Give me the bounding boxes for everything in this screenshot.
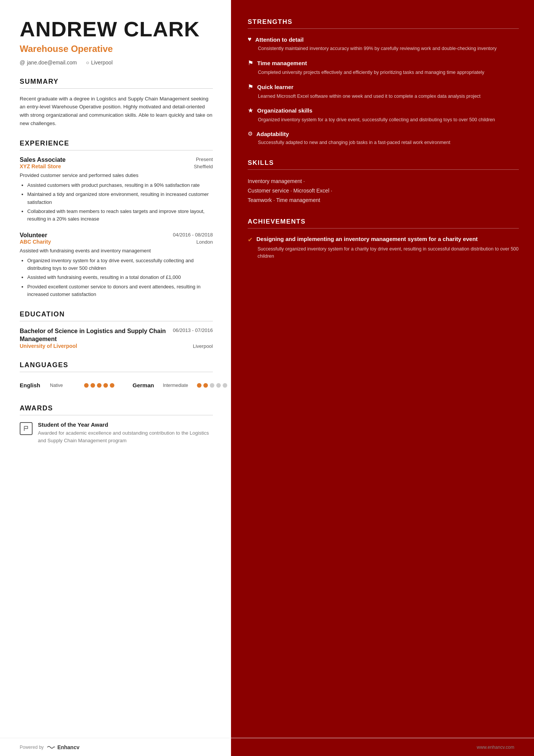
bullet-item: Assisted with fundraising events, result… (27, 274, 213, 281)
strength-desc-2: Completed university projects effectivel… (248, 69, 519, 76)
exp-subheader-2: ABC Charity London (20, 239, 213, 245)
powered-by-text: Powered by (20, 745, 44, 750)
strengths-title: STRENGTHS (248, 18, 519, 29)
strength-name-5: Adaptability (256, 131, 289, 137)
dot (197, 383, 201, 388)
strength-item-2: ⚑ Time management Completed university p… (248, 59, 519, 76)
star-icon: ★ (248, 106, 253, 114)
strength-name-4: Organizational skills (257, 107, 312, 114)
bullet-item: Assisted customers with product purchase… (27, 182, 213, 189)
exp-header-2: Volunteer 04/2016 - 08/2018 (20, 232, 213, 239)
right-column: STRENGTHS ♥ Attention to detail Consiste… (231, 0, 534, 756)
exp-date-1: Present (196, 157, 213, 162)
skills-line-1: Inventory management · (248, 178, 305, 184)
experience-section: EXPERIENCE Sales Associate Present XYZ R… (20, 139, 213, 298)
lang-name-german: German (133, 382, 159, 388)
lang-level-german: Intermediate (163, 383, 193, 388)
achievements-title: ACHIEVEMENTS (248, 218, 519, 229)
summary-text: Recent graduate with a degree in Logisti… (20, 95, 213, 127)
enhancv-logo: Enhancv (47, 744, 79, 750)
skills-title: SKILLS (248, 159, 519, 170)
language-english: English Native (20, 382, 114, 388)
award-flag-icon (20, 422, 33, 435)
flag-icon-quick: ⚑ (248, 83, 253, 91)
strength-item-1: ♥ Attention to detail Consistently maint… (248, 36, 519, 52)
exp-bullets-1: Assisted customers with product purchase… (20, 182, 213, 223)
exp-bullets-2: Organized inventory system for a toy dri… (20, 257, 213, 298)
award-item-1: Student of the Year Award Awarded for ac… (20, 421, 213, 444)
exp-header-1: Sales Associate Present (20, 157, 213, 163)
dot (97, 383, 101, 388)
contact-email: @ jane.doe@email.com (20, 59, 77, 66)
exp-location-2: London (197, 239, 213, 245)
education-title: EDUCATION (20, 310, 213, 321)
candidate-title: Warehouse Operative (20, 44, 213, 54)
languages-row: English Native German Intermediate (20, 378, 213, 392)
contact-location: ○ Liverpool (86, 59, 112, 66)
education-section: EDUCATION Bachelor of Science in Logisti… (20, 310, 213, 349)
dot (210, 383, 214, 388)
achievement-title-1: Designing and implementing an inventory … (256, 235, 478, 243)
dot (223, 383, 227, 388)
email-icon: @ (20, 59, 25, 66)
languages-section: LANGUAGES English Native German (20, 361, 213, 392)
bullet-item: Maintained a tidy and organized store en… (27, 191, 213, 206)
contact-row: @ jane.doe@email.com ○ Liverpool (20, 59, 213, 66)
candidate-name: ANDREW CLARK (20, 18, 213, 41)
brand-name: Enhancv (57, 744, 79, 750)
summary-title: SUMMARY (20, 78, 213, 89)
edu-location-1: Liverpool (193, 343, 213, 349)
experience-item-1: Sales Associate Present XYZ Retail Store… (20, 157, 213, 223)
exp-subheader-1: XYZ Retail Store Sheffield (20, 163, 213, 169)
edu-school-1: University of Liverpool (20, 343, 77, 349)
skills-text: Inventory management · Customer service … (248, 177, 519, 205)
achievement-item-1: ✔ Designing and implementing an inventor… (248, 235, 519, 260)
strength-header-3: ⚑ Quick learner (248, 83, 519, 91)
dot (110, 383, 114, 388)
dot (216, 383, 221, 388)
skills-section: SKILLS Inventory management · Customer s… (248, 159, 519, 205)
lang-dots-english (84, 383, 114, 388)
dot (91, 383, 95, 388)
achievement-header-1: ✔ Designing and implementing an inventor… (248, 235, 519, 243)
award-title-1: Student of the Year Award (38, 421, 213, 428)
dot (84, 383, 89, 388)
strength-desc-4: Organized inventory system for a toy dri… (248, 116, 519, 124)
strength-desc-1: Consistently maintained inventory accura… (248, 45, 519, 52)
gear-icon: ⚙ (248, 130, 253, 137)
language-german: German Intermediate (133, 382, 227, 388)
skills-line-3: Teamwork · Time management (248, 197, 320, 203)
exp-company-2: ABC Charity (20, 239, 51, 245)
award-desc-1: Awarded for academic excellence and outs… (38, 429, 213, 444)
heart-icon: ♥ (248, 36, 251, 43)
lang-dots-german (197, 383, 227, 388)
header-section: ANDREW CLARK Warehouse Operative @ jane.… (20, 18, 213, 66)
strength-header-2: ⚑ Time management (248, 59, 519, 67)
strength-name-3: Quick learner (257, 84, 294, 90)
strength-name-2: Time management (257, 60, 307, 66)
skills-line-2: Customer service · Microsoft Excel · (248, 188, 332, 194)
strength-header-5: ⚙ Adaptability (248, 130, 519, 137)
edu-degree-1: Bachelor of Science in Logistics and Sup… (20, 327, 167, 343)
footer-website: www.enhancv.com (477, 745, 514, 750)
summary-section: SUMMARY Recent graduate with a degree in… (20, 78, 213, 127)
education-item-1: Bachelor of Science in Logistics and Sup… (20, 327, 213, 349)
exp-role-2: Volunteer (20, 232, 47, 239)
awards-title: AWARDS (20, 404, 213, 415)
flag-icon-time: ⚑ (248, 59, 253, 67)
bullet-item: Organized inventory system for a toy dri… (27, 257, 213, 272)
edu-header-1: Bachelor of Science in Logistics and Sup… (20, 327, 213, 343)
edu-date-1: 06/2013 - 07/2016 (173, 327, 213, 333)
strengths-section: STRENGTHS ♥ Attention to detail Consiste… (248, 18, 519, 146)
strength-item-3: ⚑ Quick learner Learned Microsoft Excel … (248, 83, 519, 100)
location-icon: ○ (86, 59, 89, 66)
achievements-section: ACHIEVEMENTS ✔ Designing and implementin… (248, 218, 519, 260)
experience-title: EXPERIENCE (20, 139, 213, 150)
strength-header-4: ★ Organizational skills (248, 106, 519, 114)
exp-role-1: Sales Associate (20, 157, 66, 163)
strength-name-1: Attention to detail (255, 36, 304, 43)
edu-subheader-1: University of Liverpool Liverpool (20, 343, 213, 349)
strength-header-1: ♥ Attention to detail (248, 36, 519, 43)
strength-item-5: ⚙ Adaptability Successfully adapted to n… (248, 130, 519, 146)
lang-name-english: English (20, 382, 46, 388)
